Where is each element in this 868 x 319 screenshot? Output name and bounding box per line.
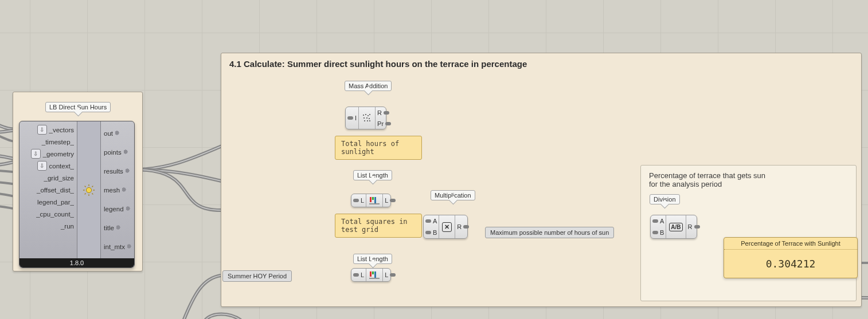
svg-point-0 — [86, 187, 91, 192]
list-length-icon — [366, 194, 382, 207]
output-r[interactable]: R — [686, 222, 702, 232]
output-label: legend — [104, 206, 124, 212]
svg-rect-20 — [372, 197, 374, 200]
collapse-icon[interactable]: ⇩ — [31, 149, 41, 159]
division-description: Percentage of terrace that gets sun for … — [649, 171, 769, 188]
svg-rect-23 — [370, 271, 372, 277]
output-r[interactable]: R — [376, 108, 393, 118]
lb-direct-sun-hours-component[interactable]: ⇩_vectors _timestep_ ⇩_geometry ⇩context… — [19, 121, 135, 268]
input-label: _grid_size — [44, 175, 74, 182]
output-l[interactable]: L — [383, 195, 397, 206]
collapse-icon[interactable]: ⇩ — [37, 125, 47, 135]
relay-summer-hoy-period[interactable]: Summer HOY Period — [222, 270, 292, 282]
output-out[interactable]: out — [101, 124, 119, 143]
input-cpu-count[interactable]: _cpu_count_ — [36, 208, 77, 220]
lb-component-label: LB Direct Sun Hours — [45, 102, 111, 112]
input-label: _cpu_count_ — [36, 211, 74, 218]
output-title[interactable]: title — [101, 218, 120, 237]
svg-point-9 — [363, 115, 364, 116]
svg-point-13 — [363, 117, 365, 119]
svg-point-12 — [369, 114, 370, 115]
group-title: 4.1 Calculate: Summer direct sunlight ho… — [221, 53, 861, 74]
output-pr[interactable]: Pr — [376, 119, 393, 129]
output-int-mtx[interactable]: int_mtx — [101, 237, 131, 256]
output-legend[interactable]: legend — [101, 199, 130, 218]
result-panel-title: Percentage of Terrace with Sunlight — [724, 238, 857, 250]
output-label: points — [104, 149, 122, 156]
input-label: _geometry — [43, 151, 74, 157]
input-timestep[interactable]: _timestep_ — [42, 136, 77, 148]
division-icon: A/B — [666, 215, 685, 238]
sun-icon — [83, 184, 95, 196]
svg-line-8 — [92, 186, 93, 187]
input-label: _vectors — [49, 127, 74, 133]
division-component[interactable]: A B A/B R — [650, 215, 697, 239]
relay-max-possible-hours[interactable]: Maximum possible number of hours of sun — [485, 227, 614, 238]
input-l[interactable]: L — [351, 270, 366, 280]
svg-line-7 — [85, 193, 86, 194]
input-label: _run — [61, 223, 74, 230]
svg-line-6 — [92, 193, 93, 194]
input-label: _timestep_ — [42, 139, 74, 145]
svg-point-17 — [367, 120, 368, 121]
output-points[interactable]: points — [101, 143, 128, 162]
input-vectors[interactable]: ⇩_vectors — [37, 124, 77, 136]
input-label: context_ — [49, 163, 74, 170]
input-geometry[interactable]: ⇩_geometry — [31, 148, 77, 160]
list-length-icon — [366, 269, 382, 281]
multiplication-icon: ✕ — [439, 215, 455, 238]
svg-point-16 — [364, 120, 365, 121]
input-label: legend_par_ — [37, 199, 74, 206]
input-context[interactable]: ⇩context_ — [37, 160, 77, 172]
note-total-squares-grid: Total squares in test grid — [335, 214, 422, 238]
collapse-icon[interactable]: ⇩ — [37, 161, 47, 171]
lb-outputs-column: out points results mesh legend title int… — [101, 121, 135, 258]
output-label: title — [104, 225, 114, 231]
mass-addition-component[interactable]: I R Pr — [345, 107, 386, 129]
output-l[interactable]: L — [383, 270, 397, 280]
output-label: out — [104, 130, 113, 137]
list-length-1-component[interactable]: L L — [351, 194, 391, 207]
svg-point-14 — [366, 117, 367, 119]
lb-version: 1.8.0 — [19, 258, 134, 267]
svg-point-11 — [367, 115, 369, 116]
svg-rect-21 — [374, 197, 376, 203]
mass-addition-icon — [359, 107, 375, 129]
input-a[interactable]: A — [651, 216, 666, 226]
svg-line-5 — [85, 186, 86, 187]
list-length-2-component[interactable]: L L — [351, 268, 391, 282]
result-panel[interactable]: Percentage of Terrace with Sunlight 0.30… — [724, 237, 858, 278]
input-a[interactable]: A — [424, 216, 439, 226]
svg-point-15 — [369, 118, 370, 119]
svg-rect-24 — [372, 271, 374, 274]
output-label: mesh — [104, 187, 120, 194]
lb-inputs-column: ⇩_vectors _timestep_ ⇩_geometry ⇩context… — [19, 121, 77, 258]
input-label: _offset_dist_ — [37, 187, 74, 194]
input-run[interactable]: _run — [61, 220, 77, 232]
multiplication-component[interactable]: A B ✕ R — [423, 215, 468, 239]
result-panel-value: 0.304212 — [724, 250, 857, 278]
output-results[interactable]: results — [101, 162, 130, 180]
output-r[interactable]: R — [455, 222, 471, 232]
input-grid-size[interactable]: _grid_size — [44, 172, 77, 184]
output-label: results — [104, 168, 123, 175]
svg-point-10 — [365, 114, 366, 115]
mass-addition-label: Mass Addition — [345, 81, 392, 91]
input-l[interactable]: L — [351, 195, 366, 206]
output-label: int_mtx — [104, 243, 125, 250]
input-b[interactable]: B — [424, 227, 439, 238]
input-offset-dist[interactable]: _offset_dist_ — [37, 184, 77, 196]
input-b[interactable]: B — [651, 227, 666, 238]
division-label: Division — [650, 194, 680, 204]
input-i[interactable]: I — [346, 113, 358, 123]
note-total-hours-sunlight: Total hours of sunlight — [335, 136, 422, 160]
svg-point-18 — [369, 120, 370, 121]
input-legend-par[interactable]: legend_par_ — [37, 196, 77, 208]
list-length-1-label: List Length — [353, 170, 392, 180]
multiplication-label: Multiplication — [431, 190, 475, 200]
list-length-2-label: List Length — [353, 254, 392, 264]
lb-icon-column — [77, 121, 101, 258]
svg-rect-19 — [370, 197, 372, 202]
output-mesh[interactable]: mesh — [101, 180, 126, 199]
svg-rect-25 — [374, 271, 376, 278]
